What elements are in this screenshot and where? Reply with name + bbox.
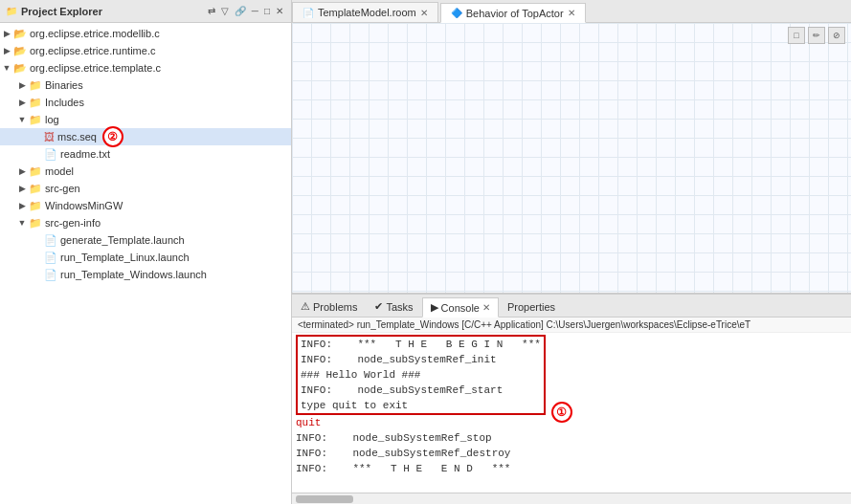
sync-icon[interactable]: ⇄ — [206, 5, 217, 17]
folder-icon-binaries: 📁 — [29, 79, 42, 92]
label-model: model — [45, 165, 74, 177]
bottom-panel: ⚠ Problems ✔ Tasks ▶ Console ✕ Propertie… — [292, 294, 851, 504]
tab-problems[interactable]: ⚠ Problems — [292, 296, 366, 317]
collapse-icon[interactable]: ▽ — [219, 5, 231, 17]
right-panel: 📄 TemplateModel.room ✕ 🔷 Behavior of Top… — [292, 0, 851, 504]
toggle-srcgeninfo[interactable]: ▼ — [15, 218, 29, 228]
file-icon-run-windows: 📄 — [44, 269, 57, 281]
tree-item-run-windows[interactable]: 📄 run_Template_Windows.launch — [0, 266, 291, 283]
toggle-includes[interactable]: ▶ — [15, 98, 29, 107]
close-icon[interactable]: ✕ — [274, 5, 285, 17]
folder-icon-includes: 📁 — [29, 97, 42, 109]
project-icon-runtime: 📂 — [13, 45, 27, 57]
label-modellib: org.eclipse.etrice.modellib.c — [30, 28, 160, 39]
toolbar-select-btn[interactable]: □ — [788, 27, 805, 44]
tab-label-problems: Problems — [313, 301, 357, 313]
problems-icon: ⚠ — [301, 300, 310, 313]
label-run-windows: run_Template_Windows.launch — [60, 269, 207, 280]
label-mscseq: msc.seq — [57, 131, 97, 142]
tab-templatemodel[interactable]: 📄 TemplateModel.room ✕ — [292, 2, 438, 22]
tree-item-template[interactable]: ▼ 📂 org.eclipse.etrice.template.c — [0, 59, 291, 77]
tasks-icon: ✔ — [374, 300, 383, 313]
toggle-binaries[interactable]: ▶ — [15, 80, 29, 90]
tree-item-generate-launch[interactable]: 📄 generate_Template.launch — [0, 231, 291, 249]
tree-item-includes[interactable]: ▶ 📁 Includes — [0, 94, 291, 111]
tree-item-srcgen[interactable]: ▶ 📁 src-gen — [0, 180, 291, 197]
label-generate-launch: generate_Template.launch — [60, 234, 185, 246]
maximize-icon[interactable]: □ — [262, 5, 272, 17]
panel-header-left: 📁 Project Explorer — [6, 6, 102, 17]
tab-properties[interactable]: Properties — [499, 296, 564, 317]
label-srcgeninfo: src-gen-info — [45, 217, 101, 229]
folder-icon-log: 📁 — [29, 114, 42, 126]
console-output: INFO: *** T H E B E G I N *** INFO: node… — [292, 333, 851, 493]
folder-icon-model: 📁 — [29, 165, 42, 178]
tab-label-console: Console — [441, 302, 480, 314]
tab-close-templatemodel[interactable]: ✕ — [420, 8, 428, 18]
tree-item-modellib[interactable]: ▶ 📂 org.eclipse.etrice.modellib.c — [0, 25, 291, 42]
tab-console[interactable]: ▶ Console ✕ — [422, 297, 499, 318]
annotation-2: ② — [102, 126, 123, 147]
folder-icon-srcgeninfo: 📁 — [29, 217, 42, 230]
console-line-4: INFO: node_subSystemRef_start — [301, 383, 541, 398]
tree-item-log[interactable]: ▼ 📁 log — [0, 111, 291, 128]
editor-tab-bar: 📄 TemplateModel.room ✕ 🔷 Behavior of Top… — [292, 0, 851, 23]
console-horizontal-scrollbar[interactable] — [292, 493, 851, 504]
console-line-2: INFO: node_subSystemRef_init — [301, 352, 541, 367]
tab-close-console[interactable]: ✕ — [482, 302, 490, 313]
tree-item-run-linux[interactable]: 📄 run_Template_Linux.launch — [0, 249, 291, 266]
scrollbar-thumb[interactable] — [296, 495, 353, 503]
tree-item-model[interactable]: ▶ 📁 model — [0, 163, 291, 180]
tab-behavior[interactable]: 🔷 Behavior of TopActor ✕ — [440, 3, 586, 23]
project-tree: ▶ 📂 org.eclipse.etrice.modellib.c ▶ 📂 or… — [0, 23, 291, 504]
toolbar-edit-btn[interactable]: ✏ — [808, 27, 825, 44]
console-line-stop: INFO: node_subSystemRef_stop — [296, 430, 847, 446]
diagram-toolbar: □ ✏ ⊘ — [788, 27, 845, 44]
toggle-modellib[interactable]: ▶ — [0, 29, 13, 38]
project-explorer-header: 📁 Project Explorer ⇄ ▽ 🔗 ─ □ ✕ — [0, 0, 291, 23]
tab-close-behavior[interactable]: ✕ — [568, 8, 575, 18]
project-explorer-title: Project Explorer — [21, 6, 102, 17]
project-icon-modellib: 📂 — [13, 28, 27, 40]
console-line-quit: quit — [296, 415, 847, 430]
tree-item-readme[interactable]: 📄 readme.txt — [0, 145, 291, 163]
file-icon-run-linux: 📄 — [44, 252, 57, 264]
folder-icon-windowsmingw: 📁 — [29, 200, 42, 212]
tree-item-binaries[interactable]: ▶ 📁 Binaries — [0, 77, 291, 94]
label-readme: readme.txt — [60, 148, 110, 160]
project-folder-icon: 📁 — [6, 6, 17, 16]
link-icon[interactable]: 🔗 — [233, 5, 248, 17]
console-header: <terminated> run_Template_Windows [C/C++… — [292, 318, 851, 333]
annotation-1: ① — [551, 402, 572, 423]
file-icon-mscseq: 🖼 — [44, 131, 55, 142]
console-icon: ▶ — [431, 301, 438, 314]
tree-item-runtime[interactable]: ▶ 📂 org.eclipse.etrice.runtime.c — [0, 42, 291, 59]
label-binaries: Binaries — [45, 79, 83, 91]
tab-label-tasks: Tasks — [386, 301, 413, 313]
label-run-linux: run_Template_Linux.launch — [60, 252, 190, 263]
label-log: log — [45, 114, 59, 125]
diagram-grid — [292, 23, 851, 293]
console-tab-bar: ⚠ Problems ✔ Tasks ▶ Console ✕ Propertie… — [292, 295, 851, 318]
folder-icon-srcgen: 📁 — [29, 183, 42, 195]
tree-item-windowsmingw[interactable]: ▶ 📁 WindowsMinGW — [0, 197, 291, 214]
console-line-end: INFO: *** T H E E N D *** — [296, 461, 847, 476]
console-line-5: type quit to exit — [301, 398, 541, 413]
tab-icon-templatemodel: 📄 — [302, 8, 314, 18]
tree-item-srcgeninfo[interactable]: ▼ 📁 src-gen-info — [0, 214, 291, 231]
console-line-1: INFO: *** T H E B E G I N *** — [301, 337, 541, 352]
toggle-model[interactable]: ▶ — [15, 166, 29, 176]
toggle-log[interactable]: ▼ — [15, 115, 29, 124]
toolbar-zoom-btn[interactable]: ⊘ — [828, 27, 845, 44]
label-includes: Includes — [45, 97, 84, 108]
toggle-windowsmingw[interactable]: ▶ — [15, 201, 29, 210]
tree-item-mscseq[interactable]: 🖼 msc.seq ② — [0, 128, 291, 145]
console-line-3: ### Hello World ### — [301, 367, 541, 383]
panel-header-icons: ⇄ ▽ 🔗 ─ □ ✕ — [206, 5, 285, 17]
toggle-srcgen[interactable]: ▶ — [15, 184, 29, 193]
toggle-runtime[interactable]: ▶ — [0, 46, 13, 55]
tab-tasks[interactable]: ✔ Tasks — [366, 296, 421, 317]
minimize-icon[interactable]: ─ — [250, 5, 260, 17]
toggle-template[interactable]: ▼ — [0, 63, 13, 73]
tab-label-templatemodel: TemplateModel.room — [318, 7, 416, 18]
